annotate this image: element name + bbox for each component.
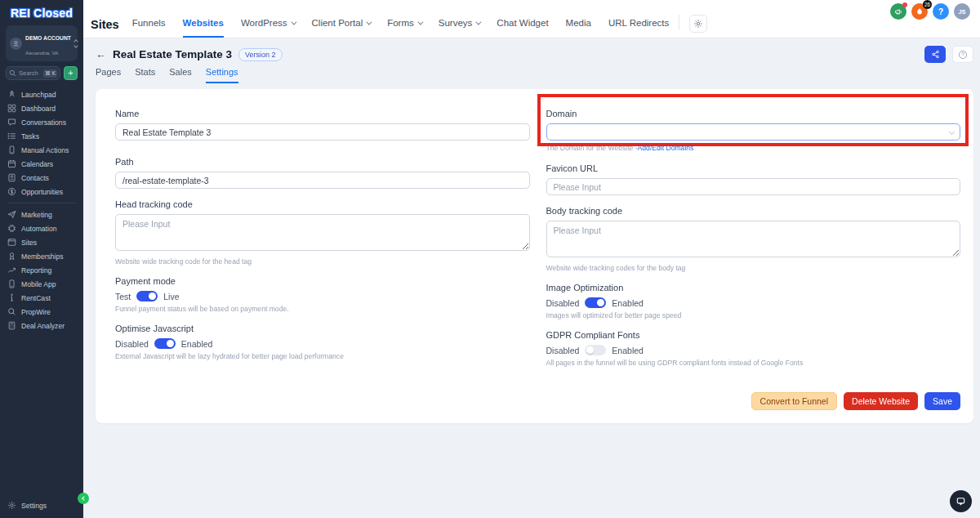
sidebar-item-label: Contacts bbox=[21, 174, 49, 182]
tab-stats[interactable]: Stats bbox=[135, 67, 155, 83]
favicon-label: Favicon URL bbox=[546, 163, 961, 173]
favicon-field-group: Favicon URL bbox=[546, 163, 961, 195]
info-i-icon bbox=[7, 293, 16, 302]
support-chat-button[interactable] bbox=[950, 490, 972, 512]
account-switcher[interactable]: DEMO ACCOUNT Alexandria, VA bbox=[6, 25, 78, 61]
toggle-on-label: Live bbox=[163, 292, 179, 301]
phone-icon bbox=[7, 145, 16, 154]
calculator-icon bbox=[7, 321, 16, 330]
sidebar-item-marketing[interactable]: Marketing bbox=[0, 208, 83, 221]
sidebar-item-memberships[interactable]: Memberships bbox=[0, 249, 83, 263]
toggle-off-label: Disabled bbox=[115, 339, 149, 349]
tab-client-portal[interactable]: Client Portal bbox=[312, 18, 371, 38]
notification-dot bbox=[902, 2, 907, 7]
page-help-button[interactable] bbox=[952, 46, 973, 63]
sidebar-item-sites[interactable]: Sites bbox=[0, 235, 83, 249]
gdpr-fonts-group: GDPR Compliant Fonts Disabled Enabled Al… bbox=[546, 330, 961, 367]
sidebar-item-settings[interactable]: Settings bbox=[0, 498, 83, 512]
optimise-js-toggle[interactable] bbox=[154, 338, 176, 349]
head-tracking-label: Head tracking code bbox=[115, 199, 530, 209]
announcements-button[interactable] bbox=[890, 3, 906, 20]
chevron-down-icon bbox=[291, 19, 296, 25]
share-button[interactable] bbox=[924, 46, 946, 63]
sidebar-item-label: Tasks bbox=[21, 132, 39, 141]
sidebar-item-contacts[interactable]: Contacts bbox=[0, 171, 83, 185]
payment-mode-toggle[interactable] bbox=[136, 291, 158, 301]
help-button[interactable]: ? bbox=[933, 3, 949, 20]
sidebar-item-propwire[interactable]: PropWire bbox=[0, 305, 83, 319]
add-edit-domains-link[interactable]: Add/Edit Domains bbox=[638, 144, 694, 152]
domain-select[interactable] bbox=[546, 123, 961, 141]
sidebar-item-label: Reporting bbox=[21, 266, 51, 275]
search-input[interactable]: Search ⌘ K bbox=[6, 66, 60, 80]
sites-settings-button[interactable] bbox=[689, 15, 707, 33]
toggle-off-label: Disabled bbox=[546, 346, 580, 355]
grid-icon bbox=[7, 104, 16, 113]
tab-url-redirects[interactable]: URL Redirects bbox=[608, 18, 669, 38]
sidebar-collapse-button[interactable] bbox=[78, 493, 89, 504]
tab-chat-widget[interactable]: Chat Widget bbox=[497, 18, 548, 38]
image-opt-label: Image Optimization bbox=[546, 283, 961, 292]
save-button[interactable]: Save bbox=[924, 392, 960, 410]
payment-mode-label: Payment mode bbox=[115, 276, 530, 286]
tab-sales[interactable]: Sales bbox=[169, 67, 192, 83]
sidebar-item-label: Deal Analyzer bbox=[21, 322, 65, 330]
tab-forms[interactable]: Forms bbox=[387, 18, 421, 38]
sidebar-item-calendars[interactable]: Calendars bbox=[0, 157, 83, 171]
user-avatar[interactable]: JS bbox=[954, 3, 970, 20]
image-opt-toggle[interactable] bbox=[585, 297, 606, 308]
convert-to-funnel-button[interactable]: Convert to Funnel bbox=[751, 392, 837, 410]
tab-wordpress[interactable]: WordPress bbox=[241, 18, 295, 38]
chevron-down-icon bbox=[476, 19, 482, 25]
sidebar-item-reporting[interactable]: Reporting bbox=[0, 263, 83, 277]
sidebar-item-dashboard[interactable]: Dashboard bbox=[0, 101, 83, 115]
toggle-off-label: Disabled bbox=[546, 298, 580, 308]
form-left-column: Name Path Head tracking code Website wid… bbox=[115, 109, 530, 377]
sidebar-item-label: PropWire bbox=[21, 308, 51, 316]
page-tabs: Pages Stats Sales Settings bbox=[96, 67, 973, 83]
sidebar-item-manual-actions[interactable]: Manual Actions bbox=[0, 143, 83, 157]
tab-websites[interactable]: Websites bbox=[183, 18, 224, 38]
gdpr-fonts-toggle[interactable] bbox=[585, 345, 606, 355]
payment-mode-helper: Funnel payment status will be based on p… bbox=[115, 305, 530, 313]
tab-settings[interactable]: Settings bbox=[206, 67, 238, 83]
sidebar-item-opportunities[interactable]: Opportunities bbox=[0, 185, 83, 199]
cpu-icon bbox=[7, 224, 16, 233]
sidebar-item-rentcast[interactable]: RentCast bbox=[0, 291, 83, 305]
back-arrow-icon[interactable]: ← bbox=[96, 48, 106, 60]
favicon-input[interactable] bbox=[546, 178, 961, 195]
body-tracking-textarea[interactable] bbox=[546, 221, 961, 257]
sidebar-item-label: Calendars bbox=[21, 160, 53, 168]
quick-add-button[interactable]: + bbox=[64, 66, 78, 80]
updates-button[interactable]: 26 bbox=[911, 3, 928, 20]
question-icon: ? bbox=[938, 7, 943, 16]
path-input[interactable] bbox=[115, 172, 530, 189]
name-field-group: Name bbox=[115, 109, 530, 141]
browser-icon bbox=[7, 238, 16, 247]
sidebar-item-mobile-app[interactable]: Mobile App bbox=[0, 277, 83, 291]
sidebar-item-deal-analyzer[interactable]: Deal Analyzer bbox=[0, 319, 83, 333]
tab-surveys[interactable]: Surveys bbox=[439, 18, 480, 38]
chart-line-icon bbox=[7, 266, 16, 275]
head-tracking-textarea[interactable] bbox=[115, 214, 530, 251]
sidebar-item-label: RentCast bbox=[21, 294, 51, 302]
sidebar-item-conversations[interactable]: Conversations bbox=[0, 115, 83, 129]
optimise-js-label: Optimise Javascript bbox=[115, 324, 530, 333]
tab-pages[interactable]: Pages bbox=[96, 67, 121, 83]
chat-bubble-icon bbox=[7, 118, 16, 127]
tab-funnels[interactable]: Funnels bbox=[132, 18, 166, 38]
award-icon bbox=[7, 252, 16, 261]
address-book-icon bbox=[7, 173, 16, 182]
sidebar-item-tasks[interactable]: Tasks bbox=[0, 129, 83, 143]
flame-icon bbox=[915, 7, 924, 16]
sidebar-item-label: Dashboard bbox=[21, 105, 56, 113]
sidebar-item-launchpad[interactable]: Launchpad bbox=[0, 87, 83, 101]
list-icon bbox=[7, 132, 16, 141]
domain-field-group: Domain The Domain for the Website -Add/E… bbox=[546, 109, 961, 152]
tab-media[interactable]: Media bbox=[566, 18, 591, 38]
delete-website-button[interactable]: Delete Website bbox=[844, 392, 918, 410]
sidebar-item-automation[interactable]: Automation bbox=[0, 221, 83, 235]
path-label: Path bbox=[115, 157, 530, 167]
path-field-group: Path bbox=[115, 157, 530, 189]
name-input[interactable] bbox=[115, 123, 530, 141]
